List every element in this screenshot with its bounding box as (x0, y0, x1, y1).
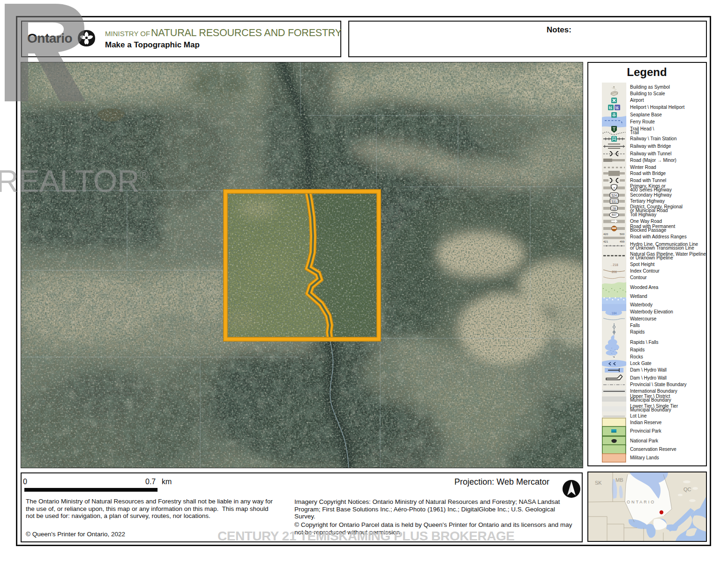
svg-text:407: 407 (612, 213, 617, 216)
svg-text:ONTARIO: ONTARIO (627, 500, 655, 504)
svg-text:421: 421 (603, 240, 608, 243)
svg-text:28: 28 (612, 207, 616, 210)
svg-text:. 218: . 218 (611, 263, 618, 266)
svg-text:524: 524 (611, 194, 617, 197)
svg-text:420: 420 (603, 233, 608, 236)
svg-text:206: 206 (612, 270, 617, 274)
svg-text:499: 499 (620, 240, 625, 243)
svg-text:7: 7 (613, 187, 615, 190)
svg-text:QC: QC (683, 487, 691, 492)
svg-text:531: 531 (611, 200, 617, 203)
svg-text:MB: MB (615, 477, 623, 483)
svg-text:. 184: . 184 (610, 312, 617, 315)
svg-text:SK: SK (595, 480, 602, 486)
svg-text:500: 500 (620, 233, 625, 236)
